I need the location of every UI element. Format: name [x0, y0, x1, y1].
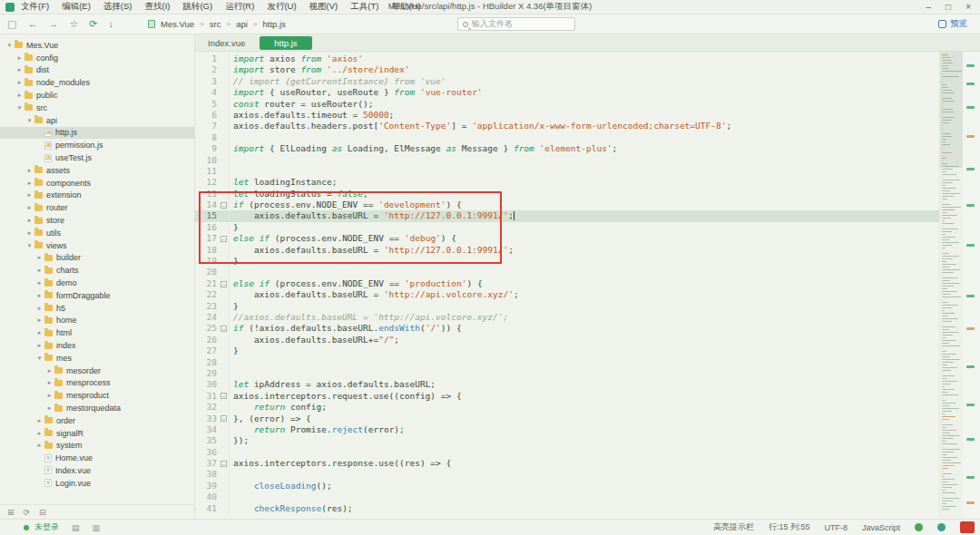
new-folder-icon[interactable]: ⊞	[7, 508, 15, 517]
code-line[interactable]: 33−}, (error) => {	[195, 413, 939, 424]
tree-item-system[interactable]: ▸system	[0, 440, 194, 452]
tree-item-mes[interactable]: ▾mes	[0, 352, 194, 365]
breadcrumb-item[interactable]: Mes.Vue	[161, 19, 194, 29]
code-line[interactable]: 11	[195, 166, 939, 177]
favorite-star-icon[interactable]: ☆	[69, 19, 78, 29]
tree-item-home[interactable]: ▸home	[0, 315, 194, 327]
fold-box-icon[interactable]: −	[220, 415, 227, 422]
chevron-right-icon[interactable]: ▸	[25, 180, 34, 187]
code-line[interactable]: 31−axios.interceptors.request.use((confi…	[195, 391, 939, 402]
fold-box-icon[interactable]: −	[220, 281, 227, 287]
tab-http.js[interactable]: http.js	[260, 36, 311, 50]
chevron-right-icon[interactable]: ▸	[35, 305, 44, 312]
menu-工具(T)[interactable]: 工具(T)	[350, 1, 378, 13]
code-line[interactable]: 28	[195, 357, 939, 368]
minimap[interactable]	[939, 52, 963, 519]
tree-item-signalR[interactable]: ▸signalR	[0, 427, 194, 440]
code-line[interactable]: 30let ipAddress = axios.defaults.baseURL…	[195, 379, 939, 390]
tree-item-public[interactable]: ▸public	[0, 89, 194, 102]
code-line[interactable]: 37−axios.interceptors.response.use((res)…	[195, 458, 939, 469]
menu-选择(S)[interactable]: 选择(S)	[103, 1, 132, 13]
code-line[interactable]: 2import store from '../store/index'	[195, 64, 939, 75]
code-line[interactable]: 10	[195, 155, 939, 166]
chevron-right-icon[interactable]: ▸	[45, 367, 54, 374]
chevron-right-icon[interactable]: ▸	[25, 204, 34, 211]
chevron-right-icon[interactable]: ▸	[35, 329, 44, 336]
new-file-icon[interactable]: ▢	[7, 19, 16, 29]
tree-item-extension[interactable]: ▸extension	[0, 190, 194, 202]
menu-编辑(E)[interactable]: 编辑(E)	[62, 1, 91, 13]
help-icon[interactable]	[937, 523, 946, 531]
code-line[interactable]: 14−if (process.env.NODE_ENV == 'developm…	[195, 199, 939, 210]
code-line[interactable]: 26 axios.defaults.baseURL+="/";	[195, 335, 939, 345]
code-line[interactable]: 22 axios.defaults.baseURL = 'http://api.…	[195, 289, 939, 300]
code-line[interactable]: 19}	[195, 256, 939, 267]
fold-marker-icon[interactable]: −	[219, 458, 229, 469]
code-line[interactable]: 18 axios.defaults.baseURL = 'http://127.…	[195, 245, 939, 256]
tree-item-Index.vue[interactable]: VIndex.vue	[0, 464, 194, 477]
code-line[interactable]: 36	[195, 447, 939, 458]
download-icon[interactable]: ↓	[109, 19, 114, 29]
code-line[interactable]: 20	[195, 267, 939, 277]
tree-item-formDraggable[interactable]: ▸formDraggable	[0, 289, 194, 302]
chevron-right-icon[interactable]: ▸	[35, 430, 44, 437]
tree-item-config[interactable]: ▸config	[0, 52, 194, 64]
window-maximize-button[interactable]: □	[946, 2, 951, 12]
code-line[interactable]: 13let loadingStatus = false;	[195, 189, 939, 199]
tree-item-dist[interactable]: ▸dist	[0, 64, 194, 77]
tree-item-components[interactable]: ▸components	[0, 177, 194, 190]
code-line[interactable]: 5const router = useRouter();	[195, 99, 939, 110]
tree-item-order[interactable]: ▸order	[0, 414, 194, 427]
tree-item-mesprocess[interactable]: ▸mesprocess	[0, 377, 194, 390]
code-line[interactable]: 25−if (!axios.defaults.baseURL.endsWith(…	[195, 323, 939, 334]
tree-item-mesproduct[interactable]: ▸mesproduct	[0, 389, 194, 402]
chevron-right-icon[interactable]: ▸	[25, 191, 34, 199]
menu-帮助(H)[interactable]: 帮助(H)	[391, 1, 420, 13]
fold-box-icon[interactable]: −	[220, 461, 227, 467]
tree-item-builder[interactable]: ▸builder	[0, 252, 194, 265]
breadcrumb-item[interactable]: api	[236, 19, 248, 29]
menu-发行(U)[interactable]: 发行(U)	[267, 1, 296, 13]
code-line[interactable]: 29	[195, 368, 939, 379]
fold-marker-icon[interactable]: −	[219, 278, 229, 289]
menu-文件(F)[interactable]: 文件(F)	[21, 1, 49, 13]
code-line[interactable]: 21−else if (process.env.NODE_ENV == 'pro…	[195, 278, 939, 289]
tree-item-assets[interactable]: ▸assets	[0, 164, 194, 177]
tab-Index.vue[interactable]: Index.vue	[195, 35, 258, 51]
chevron-right-icon[interactable]: ▸	[15, 54, 24, 62]
tree-item-Mes.Vue[interactable]: ▾Mes.Vue	[0, 39, 194, 52]
chevron-down-icon[interactable]: ▾	[35, 355, 44, 362]
menu-跳转(G)[interactable]: 跳转(G)	[182, 1, 212, 13]
fold-marker-icon[interactable]: −	[219, 391, 229, 402]
code-line[interactable]: 40	[195, 491, 939, 502]
chevron-right-icon[interactable]: ▸	[35, 417, 44, 424]
tree-item-charts[interactable]: ▸charts	[0, 264, 194, 277]
menu-运行(R)[interactable]: 运行(R)	[225, 1, 254, 13]
chevron-right-icon[interactable]: ▸	[15, 79, 24, 86]
tree-item-utils[interactable]: ▸utils	[0, 227, 194, 239]
code-line[interactable]: 15 axios.defaults.baseURL = 'http://127.…	[195, 210, 939, 221]
sync-icon[interactable]: ⟳	[89, 19, 97, 29]
chevron-right-icon[interactable]: ▸	[25, 167, 34, 174]
collapse-tree-icon[interactable]: ⊟	[39, 508, 46, 517]
tree-item-index[interactable]: ▸index	[0, 339, 194, 352]
forward-arrow-icon[interactable]: →	[48, 19, 58, 29]
tree-item-mestorquedata[interactable]: ▸mestorquedata	[0, 402, 194, 414]
chevron-right-icon[interactable]: ▸	[15, 66, 24, 73]
status-item-行:15 列:55[interactable]: 行:15 列:55	[769, 521, 810, 533]
menu-视图(V)[interactable]: 视图(V)	[309, 1, 338, 13]
chevron-right-icon[interactable]: ▸	[25, 229, 34, 237]
tree-item-store[interactable]: ▸store	[0, 214, 194, 227]
console-icon[interactable]: ▤	[72, 523, 80, 532]
code-line[interactable]: 1import axios from 'axios'	[195, 54, 939, 64]
status-item-JavaScript[interactable]: JavaScript	[862, 523, 900, 532]
alert-red-icon[interactable]	[960, 521, 975, 533]
minimap-viewport[interactable]	[940, 52, 963, 168]
code-line[interactable]: 35});	[195, 435, 939, 446]
window-close-button[interactable]: ×	[965, 2, 971, 12]
chevron-right-icon[interactable]: ▸	[35, 316, 44, 324]
window-minimize-button[interactable]: –	[926, 2, 932, 12]
status-item-UTF-8[interactable]: UTF-8	[824, 523, 848, 532]
tree-item-html[interactable]: ▸html	[0, 326, 194, 339]
tree-item-node_modules[interactable]: ▸node_modules	[0, 76, 194, 89]
